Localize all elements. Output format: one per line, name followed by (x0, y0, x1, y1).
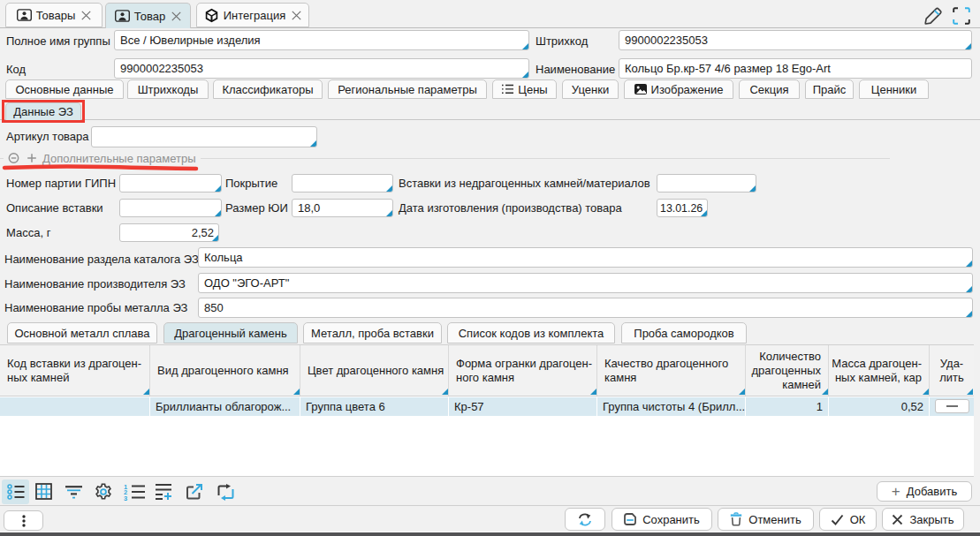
svg-text:3: 3 (124, 494, 127, 502)
